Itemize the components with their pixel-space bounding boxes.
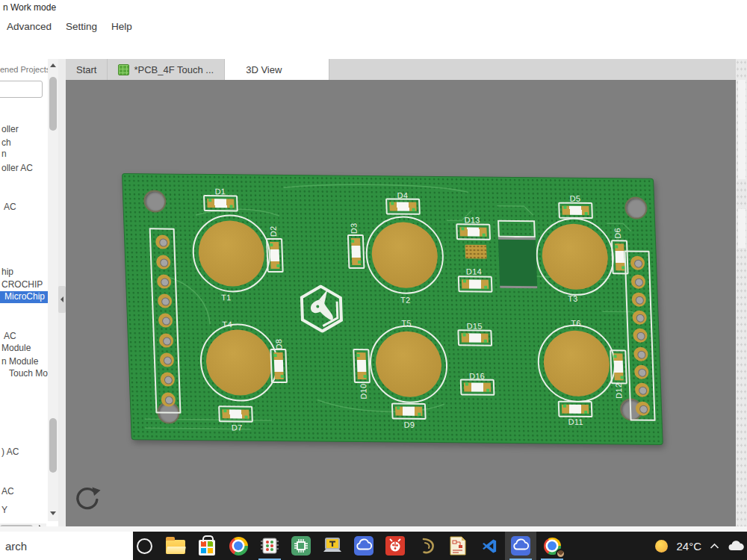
scrollbar-thumb[interactable] [49,77,57,131]
led-d4 [385,198,421,214]
scroll-down-icon[interactable] [50,511,56,515]
chrome-icon [229,537,248,556]
scroll-up-icon[interactable] [50,63,56,67]
menu-setting[interactable]: Setting [66,21,97,32]
taskbar-search-box[interactable]: arch [0,532,133,560]
header-pin [632,311,647,325]
led-body [207,199,234,208]
taskbar-microsoft-store[interactable] [191,532,223,560]
pcb-3d-model[interactable]: T1T2T3T4T5T6D1D2D3D4D5D6D7D8D9D10D11D12D… [122,173,663,445]
taskbar-gold-d-app[interactable] [411,532,442,560]
silk-label-t3: T3 [568,294,578,303]
sidebar-item[interactable]: AC [0,202,48,214]
sidebar-item[interactable]: ch [0,137,48,149]
silk-label-d14: D14 [466,267,483,276]
tab-3d-view[interactable]: 3D View [225,59,329,80]
sidebar-item[interactable]: oller [0,124,48,136]
led-d1 [203,195,238,211]
taskbar-chrome-profile[interactable] [536,532,568,560]
menu-help[interactable]: Help [111,21,132,32]
right-splitter-segment [738,209,746,248]
scrollbar-thumb-lower[interactable] [49,418,57,473]
sidebar-item[interactable]: Touch Module [0,368,48,380]
sidebar-item[interactable]: oller AC [0,163,48,175]
header-pin [158,333,173,347]
led-d14 [458,276,493,292]
taskbar-vscode[interactable] [474,532,505,560]
silk-label-d10: D10 [359,384,368,399]
taskbar-t-laptop-app[interactable] [317,532,348,560]
taskbar-bug-debug-app[interactable] [379,532,411,560]
tab-pcb-4f-touch[interactable]: *PCB_4F Touch ... [108,59,225,80]
led-d7 [218,405,253,422]
silk-label-d13: D13 [464,215,480,224]
module-body [498,237,537,289]
collapse-left-icon [61,296,63,302]
led-body [389,202,416,211]
touch-pad-surface [197,220,265,287]
led-d2 [266,238,284,273]
led-body [562,206,589,215]
taskbar-chrome[interactable] [223,532,254,560]
tab-start[interactable]: Start [66,59,108,80]
led-body [395,407,422,416]
header-pin [158,314,173,328]
menubar: Advanced Setting Help [7,21,132,32]
sidebar-collapse-handle[interactable] [58,286,66,313]
sidebar-item[interactable]: CROCHIP [0,279,48,291]
taskbar-pcb-doc-app[interactable] [442,532,474,560]
led-body [270,242,279,269]
sidebar-item[interactable]: ) AC [0,447,48,458]
silk-label-t1: T1 [221,293,232,302]
sidebar-item[interactable]: Module [0,343,48,355]
work-mode-label: n Work mode [3,2,56,13]
silk-label-d4: D4 [397,191,408,200]
header-pin [156,274,171,288]
sidebar-item[interactable]: n [0,149,48,161]
file-explorer-icon [166,540,185,554]
taskbar-cortana[interactable] [128,532,160,560]
sidebar-item[interactable]: hip [0,267,48,279]
sidebar-splitter[interactable] [58,59,66,526]
taskbar-cloud-eda-app[interactable] [348,532,379,560]
led-d8 [270,349,288,383]
tray-chevron-up-icon[interactable] [710,543,719,550]
sidebar-item[interactable]: AC [0,331,48,343]
rotate-view-icon[interactable] [72,485,102,514]
touch-pad-surface [541,223,609,290]
profile-avatar [556,549,565,559]
header-pin [633,329,648,343]
cloud-eda-icon [511,536,530,556]
taskbar-cloud-eda-app-focused[interactable] [505,532,536,560]
led-body [222,409,249,418]
eda-chip-icon [261,537,279,555]
sidebar-item[interactable]: n Module [0,356,48,368]
onedrive-cloud-icon[interactable] [728,541,745,552]
header-pin [157,294,172,308]
weather-sun-icon[interactable] [655,540,668,553]
sidebar-item[interactable]: Y [0,505,48,517]
tab-label: *PCB_4F Touch ... [134,64,214,75]
project-search-input[interactable] [0,81,43,98]
right-panel-splitter[interactable] [736,59,747,526]
3d-viewport[interactable]: T1T2T3T4T5T6D1D2D3D4D5D6D7D8D9D10D11D12D… [66,80,736,526]
menu-advanced[interactable]: Advanced [7,21,52,32]
taskbar-eda-chip-app[interactable] [254,532,285,560]
silk-label-d12: D12 [614,383,624,399]
opened-projects-label: ened Projects [0,65,48,74]
led-body [351,238,361,265]
sidebar-item[interactable]: AC [0,486,48,498]
silk-label-t4: T4 [222,320,232,329]
taskbar-green-chip-app[interactable] [285,532,317,560]
window-bottom-edge [0,526,747,532]
led-body [461,333,488,342]
mounting-hole [143,190,167,212]
led-d12 [610,349,627,384]
touch-pad-surface [542,330,610,396]
led-d16 [460,379,495,395]
taskbar-file-explorer[interactable] [160,532,191,560]
led-body [613,353,623,380]
sidebar-item[interactable]: MicroChip [0,291,48,303]
sidebar-vertical-scrollbar[interactable] [48,59,58,521]
led-d5 [558,202,593,219]
